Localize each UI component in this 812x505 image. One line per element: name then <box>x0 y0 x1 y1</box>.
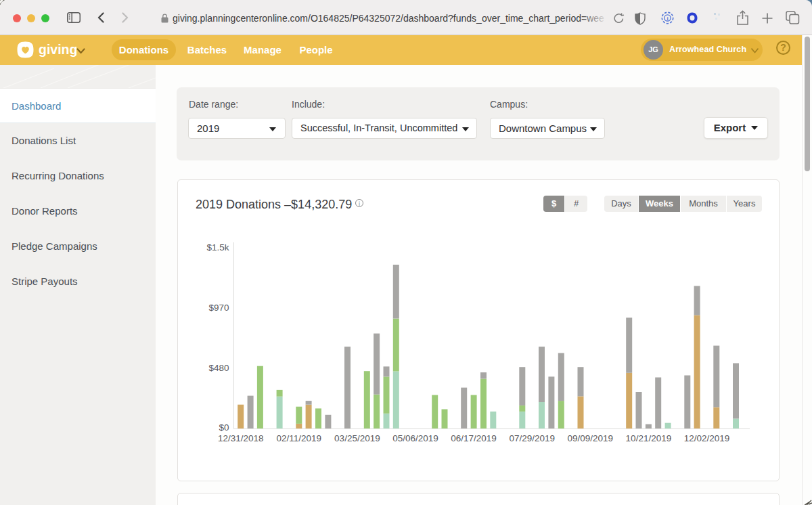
svg-text:$480: $480 <box>208 363 229 373</box>
svg-text:$0: $0 <box>219 422 229 433</box>
svg-text:$970: $970 <box>208 303 229 313</box>
svg-text:07/29/2019: 07/29/2019 <box>509 433 555 443</box>
svg-text:03/25/2019: 03/25/2019 <box>334 433 380 443</box>
svg-text:i: i <box>667 16 668 22</box>
svg-text:12/31/2018: 12/31/2018 <box>218 433 264 443</box>
svg-text:10/21/2019: 10/21/2019 <box>626 433 672 443</box>
svg-text:09/09/2019: 09/09/2019 <box>568 433 614 443</box>
svg-text:02/11/2019: 02/11/2019 <box>277 433 322 443</box>
svg-text:05/06/2019: 05/06/2019 <box>392 433 438 443</box>
svg-text:12/02/2019: 12/02/2019 <box>684 433 730 443</box>
svg-text:$1.5k: $1.5k <box>206 242 229 252</box>
svg-text:06/17/2019: 06/17/2019 <box>451 433 497 443</box>
